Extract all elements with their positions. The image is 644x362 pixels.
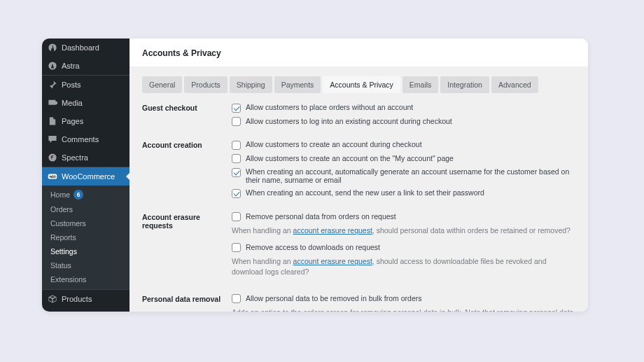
pin-icon — [48, 80, 57, 90]
sidebar-item-woocommerce[interactable]: WooCommerce — [42, 167, 130, 186]
option-row: Allow personal data to be removed in bul… — [232, 294, 575, 304]
help-text: When handling an account erasure request… — [232, 256, 575, 277]
option-label: Allow personal data to be removed in bul… — [246, 294, 422, 302]
tab-products[interactable]: Products — [184, 76, 227, 93]
submenu-home[interactable]: Home6 — [42, 187, 130, 202]
page-header: Accounts & Privacy — [130, 39, 588, 67]
sidebar-item-label: Pages — [62, 117, 83, 125]
tab-advanced[interactable]: Advanced — [491, 76, 538, 93]
submenu-settings[interactable]: Settings — [42, 244, 130, 258]
section-erasure: Account erasure requests Remove personal… — [142, 212, 575, 284]
option-row: When creating an account, automatically … — [232, 167, 575, 184]
checkbox[interactable] — [232, 212, 241, 221]
section-guest-checkout: Guest checkout Allow customers to place … — [142, 103, 575, 130]
option-row: When creating an account, send the new u… — [232, 188, 575, 198]
option-row: Remove access to downloads on request — [232, 243, 575, 253]
sidebar-item-spectra[interactable]: Spectra — [42, 148, 130, 167]
sidebar-item-label: Comments — [62, 135, 99, 144]
help-text: Adds an option to the orders screen for … — [232, 307, 575, 312]
tab-payments[interactable]: Payments — [274, 76, 321, 93]
media-icon — [48, 98, 57, 108]
checkbox[interactable] — [232, 168, 241, 177]
section-removal: Personal data removal Allow personal dat… — [142, 294, 575, 312]
submenu-customers[interactable]: Customers — [42, 216, 130, 230]
page-title: Accounts & Privacy — [142, 48, 575, 58]
section-label: Guest checkout — [142, 103, 232, 130]
option-label: Allow customers to log into an existing … — [246, 117, 452, 125]
settings-tabs: GeneralProductsShippingPaymentsAccounts … — [142, 76, 575, 93]
option-label: Remove access to downloads on request — [246, 243, 380, 251]
submenu-status[interactable]: Status — [42, 258, 130, 272]
erasure-link[interactable]: account erasure request — [293, 257, 372, 265]
option-label: Remove personal data from orders on requ… — [246, 212, 396, 221]
submenu-orders[interactable]: Orders — [42, 202, 130, 216]
sidebar-item-label: Products — [62, 295, 92, 303]
sidebar-item-label: Spectra — [62, 153, 88, 162]
option-row: Allow customers to place orders without … — [232, 103, 575, 113]
sidebar-item-pages[interactable]: Pages — [42, 112, 130, 130]
option-row: Allow customers to create an account on … — [232, 154, 575, 164]
option-label: Allow customers to place orders without … — [246, 103, 413, 111]
section-label: Account creation — [142, 140, 232, 202]
sidebar-item-label: Posts — [62, 81, 81, 89]
app-window: DashboardAstraPostsMediaPagesCommentsSpe… — [42, 39, 588, 312]
option-label: When creating an account, automatically … — [246, 167, 575, 184]
sidebar-item-dashboard[interactable]: Dashboard — [42, 39, 130, 57]
tab-general[interactable]: General — [142, 76, 182, 93]
option-row: Remove personal data from orders on requ… — [232, 212, 575, 222]
checkbox[interactable] — [232, 104, 241, 113]
tab-emails[interactable]: Emails — [402, 76, 439, 93]
sidebar-item-label: Media — [62, 99, 83, 107]
spectra-icon — [48, 153, 57, 162]
option-row: Allow customers to create an account dur… — [232, 140, 575, 150]
checkbox[interactable] — [232, 294, 241, 303]
section-label: Account erasure requests — [142, 212, 232, 284]
admin-sidebar: DashboardAstraPostsMediaPagesCommentsSpe… — [42, 39, 130, 312]
sidebar-item-astra[interactable]: Astra — [42, 57, 130, 75]
section-label: Personal data removal — [142, 294, 232, 312]
sidebar-item-label: Astra — [62, 62, 80, 70]
astra-icon — [48, 61, 57, 71]
section-body: Allow customers to place orders without … — [232, 103, 575, 130]
section-body: Allow personal data to be removed in bul… — [232, 294, 575, 312]
tab-integration[interactable]: Integration — [440, 76, 489, 93]
woo-submenu: Home6OrdersCustomersReportsSettingsStatu… — [42, 186, 130, 289]
checkbox[interactable] — [232, 154, 241, 163]
section-body: Allow customers to create an account dur… — [232, 140, 575, 202]
option-label: When creating an account, send the new u… — [246, 188, 484, 197]
help-text: When handling an account erasure request… — [232, 225, 575, 236]
settings-content: GeneralProductsShippingPaymentsAccounts … — [130, 67, 588, 312]
page-icon — [48, 116, 57, 126]
checkbox[interactable] — [232, 243, 241, 252]
sidebar-item-label: Dashboard — [62, 43, 99, 52]
badge: 6 — [74, 190, 83, 200]
checkbox[interactable] — [232, 141, 241, 150]
checkbox[interactable] — [232, 117, 241, 126]
box-icon — [48, 294, 57, 304]
main-area: Accounts & Privacy GeneralProductsShippi… — [130, 39, 588, 312]
woo-icon — [48, 172, 57, 181]
erasure-link[interactable]: account erasure request — [293, 226, 372, 235]
checkbox[interactable] — [232, 189, 241, 198]
tab-shipping[interactable]: Shipping — [230, 76, 272, 93]
sidebar-item-posts[interactable]: Posts — [42, 75, 130, 94]
dashboard-icon — [48, 43, 57, 53]
option-label: Allow customers to create an account dur… — [246, 140, 422, 148]
section-body: Remove personal data from orders on requ… — [232, 212, 575, 284]
sidebar-item-label: WooCommerce — [62, 172, 115, 181]
sidebar-item-products[interactable]: Products — [42, 289, 130, 308]
sidebar-item-comments[interactable]: Comments — [42, 130, 130, 148]
sidebar-item-media[interactable]: Media — [42, 94, 130, 112]
option-label: Allow customers to create an account on … — [246, 154, 454, 162]
tab-accounts-privacy[interactable]: Accounts & Privacy — [323, 76, 400, 93]
submenu-reports[interactable]: Reports — [42, 230, 130, 244]
section-account-creation: Account creation Allow customers to crea… — [142, 140, 575, 202]
submenu-extensions[interactable]: Extensions — [42, 272, 130, 286]
comment-icon — [48, 134, 57, 144]
sidebar-item-payments[interactable]: Payments1 — [42, 308, 130, 312]
option-row: Allow customers to log into an existing … — [232, 117, 575, 127]
